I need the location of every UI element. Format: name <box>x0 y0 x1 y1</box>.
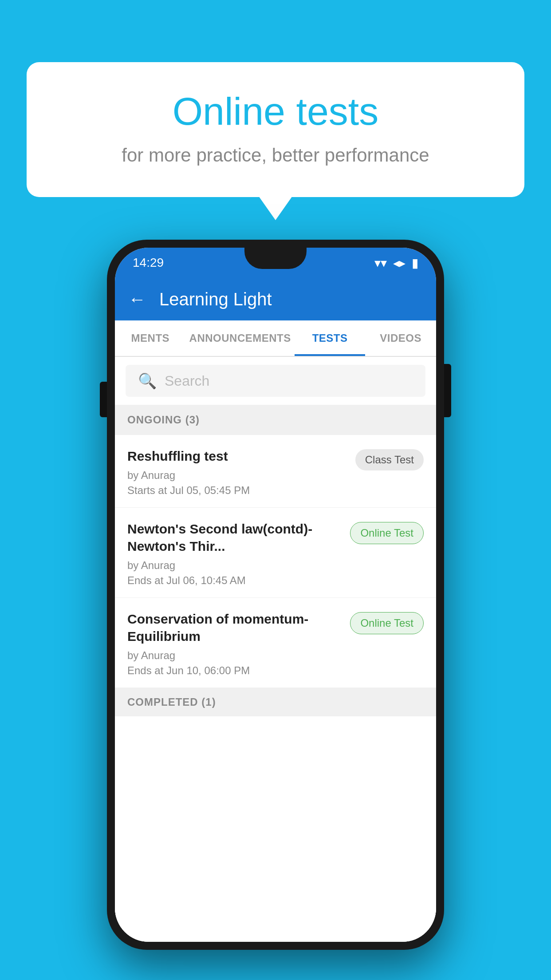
tab-ments[interactable]: MENTS <box>115 320 186 356</box>
phone-wrapper: 14:29 ▾▾ ◂▸ ▮ ← Learning Light MENTS ANN… <box>107 240 444 950</box>
battery-icon: ▮ <box>412 256 418 270</box>
app-bar: ← Learning Light <box>115 278 436 320</box>
phone-outer: 14:29 ▾▾ ◂▸ ▮ ← Learning Light MENTS ANN… <box>107 240 444 950</box>
completed-section-title: COMPLETED (1) <box>127 696 216 708</box>
bubble-title: Online tests <box>62 89 489 134</box>
badge-class-test: Class Test <box>355 449 424 470</box>
badge-online-test-2: Online Test <box>350 612 424 634</box>
item-title: Reshuffling test <box>127 447 348 465</box>
tab-videos[interactable]: VIDEOS <box>365 320 436 356</box>
status-time: 14:29 <box>133 256 164 270</box>
search-box[interactable]: 🔍 Search <box>126 365 425 397</box>
list-item[interactable]: Conservation of momentum-Equilibrium by … <box>115 598 436 688</box>
content-area: 🔍 Search ONGOING (3) Reshuffling test by… <box>115 357 436 942</box>
phone-screen: 14:29 ▾▾ ◂▸ ▮ ← Learning Light MENTS ANN… <box>115 248 436 942</box>
item-info: Conservation of momentum-Equilibrium by … <box>127 610 343 677</box>
speech-bubble: Online tests for more practice, better p… <box>27 62 524 197</box>
phone-notch <box>244 248 307 269</box>
app-title: Learning Light <box>159 289 272 309</box>
back-button[interactable]: ← <box>128 289 146 309</box>
badge-online-test: Online Test <box>350 522 424 544</box>
ongoing-section-header: ONGOING (3) <box>115 405 436 435</box>
item-author: by Anurag <box>127 649 343 662</box>
list-item[interactable]: Newton's Second law(contd)-Newton's Thir… <box>115 508 436 598</box>
search-placeholder: Search <box>165 373 209 389</box>
item-author: by Anurag <box>127 559 343 572</box>
status-icons: ▾▾ ◂▸ ▮ <box>374 256 418 270</box>
item-title: Newton's Second law(contd)-Newton's Thir… <box>127 520 343 555</box>
list-item[interactable]: Reshuffling test by Anurag Starts at Jul… <box>115 435 436 508</box>
completed-section-header: COMPLETED (1) <box>115 688 436 716</box>
search-icon: 🔍 <box>138 372 157 390</box>
speech-bubble-container: Online tests for more practice, better p… <box>27 62 524 197</box>
tests-list: Reshuffling test by Anurag Starts at Jul… <box>115 435 436 942</box>
tab-tests[interactable]: TESTS <box>295 320 366 356</box>
item-date: Starts at Jul 05, 05:45 PM <box>127 484 348 497</box>
item-date: Ends at Jul 06, 10:45 AM <box>127 574 343 587</box>
wifi-icon: ▾▾ <box>374 256 387 270</box>
item-info: Reshuffling test by Anurag Starts at Jul… <box>127 447 348 497</box>
ongoing-section-title: ONGOING (3) <box>127 414 200 426</box>
signal-icon: ◂▸ <box>393 256 405 270</box>
item-author: by Anurag <box>127 469 348 482</box>
item-title: Conservation of momentum-Equilibrium <box>127 610 343 645</box>
search-container: 🔍 Search <box>115 357 436 405</box>
bubble-subtitle: for more practice, better performance <box>62 145 489 166</box>
item-date: Ends at Jun 10, 06:00 PM <box>127 664 343 677</box>
tab-announcements[interactable]: ANNOUNCEMENTS <box>186 320 295 356</box>
tabs-bar: MENTS ANNOUNCEMENTS TESTS VIDEOS <box>115 320 436 357</box>
item-info: Newton's Second law(contd)-Newton's Thir… <box>127 520 343 587</box>
